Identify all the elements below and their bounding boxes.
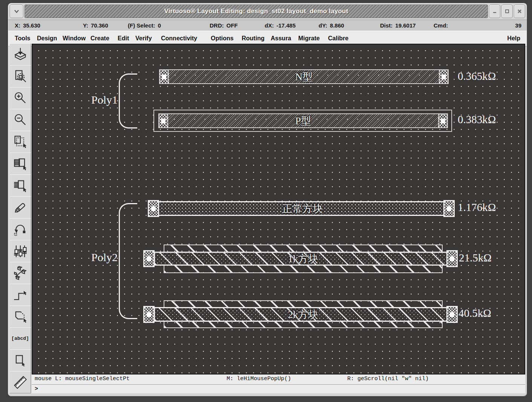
mouse-left-binding: mouse L: mouseSingleSelectPt (35, 376, 130, 382)
stretch-icon (13, 135, 28, 150)
path-icon (13, 287, 28, 303)
status-y: Y:70.360 (83, 20, 108, 31)
resistor-label: 正常方块 (282, 202, 323, 216)
resistance-value: 21.5kΩ (459, 252, 492, 264)
resistor-1k-sheet[interactable]: 1k方块 (154, 252, 452, 266)
move-button[interactable] (9, 174, 31, 197)
pencil-button[interactable] (9, 196, 31, 219)
resistor-p-type[interactable]: P型 (158, 113, 448, 128)
polygon-button[interactable] (9, 306, 31, 328)
zoom-out-button[interactable] (9, 109, 31, 131)
maximize-button[interactable] (501, 5, 513, 18)
resistor-label: 2k方块 (288, 308, 319, 321)
status-select: (F) Select:0 (128, 20, 161, 31)
zoom-out-icon (13, 113, 28, 128)
close-icon (517, 9, 522, 14)
undo-icon (13, 222, 28, 237)
zoom-fit-button[interactable] (9, 65, 31, 87)
status-dy: dY:8.860 (319, 20, 344, 31)
resistor-n-type[interactable]: N型 (159, 69, 449, 84)
chevron-down-icon (13, 8, 20, 15)
properties-icon (13, 244, 28, 259)
contact-pad[interactable] (443, 200, 455, 217)
main-area: Poly1 Poly2 N型 0.365kΩ P型 0.383kΩ 正常方块 (32, 44, 525, 393)
pencil-icon (13, 200, 28, 215)
poly2-bracket (119, 203, 137, 319)
resistor-label: P型 (295, 114, 311, 128)
contact-pad[interactable] (143, 250, 155, 267)
contact-pad[interactable] (143, 306, 155, 323)
status-drd: DRD:OFF (210, 20, 238, 31)
command-prompt[interactable]: > (32, 385, 525, 393)
mouse-bindings-bar: mouse L: mouseSingleSelectPt M: leHiMous… (32, 374, 525, 385)
save-button[interactable] (9, 43, 31, 66)
resistor-2k-sheet[interactable]: 2k方块 (154, 307, 452, 322)
contact-pad[interactable] (159, 114, 168, 127)
contact-pad[interactable] (439, 70, 448, 83)
copy-icon (13, 156, 28, 171)
label-icon: [abcd] (11, 336, 29, 341)
title-area[interactable]: Virtuoso® Layout Editing: design_st02 la… (25, 5, 488, 18)
minimize-button[interactable] (489, 5, 500, 18)
group-label-poly1: Poly1 (91, 93, 118, 106)
copy-button[interactable] (9, 153, 31, 175)
undo-button[interactable] (9, 218, 31, 240)
rectangle-button[interactable] (9, 349, 31, 371)
resistance-value: 0.365kΩ (458, 70, 496, 83)
contact-pad[interactable] (148, 200, 159, 217)
status-bar: X:35.630 Y:70.360 (F) Select:0 DRD:OFF d… (8, 20, 527, 31)
resistance-value: 0.383kΩ (458, 113, 496, 126)
close-button[interactable] (514, 5, 525, 18)
virtuoso-window: Virtuoso® Layout Editing: design_st02 la… (8, 3, 527, 397)
resistor-normal-sheet[interactable]: 正常方块 (155, 201, 450, 216)
mouse-right-binding: R: geScroll(nil "w" nil) (347, 376, 429, 382)
resistor-label: 1k方块 (288, 252, 319, 266)
rectangle-icon (13, 353, 28, 368)
contact-pad[interactable] (438, 114, 447, 127)
window-title: Virtuoso® Layout Editing: design_st02 la… (164, 8, 348, 15)
status-x: X:35.630 (15, 20, 40, 31)
resistance-value: 1.176kΩ (458, 201, 496, 214)
status-cmd: Cmd: (434, 20, 451, 31)
tool-palette: [abcd] (9, 44, 31, 393)
window-number-badge: 39 (515, 20, 521, 31)
contact-pad[interactable] (160, 70, 169, 83)
instance-button[interactable] (9, 262, 31, 284)
window-menu-button[interactable] (10, 5, 23, 18)
ruler-button[interactable] (9, 371, 31, 393)
stretch-button[interactable] (9, 131, 31, 153)
move-icon (13, 178, 28, 193)
properties-button[interactable] (9, 240, 31, 262)
path-button[interactable] (9, 284, 31, 306)
contact-pad[interactable] (446, 306, 458, 323)
mouse-middle-binding: M: leHiMousePopUp() (227, 376, 291, 382)
layout-canvas[interactable]: Poly1 Poly2 N型 0.365kΩ P型 0.383kΩ 正常方块 (32, 44, 525, 374)
polygon-icon (13, 309, 28, 324)
zoom-in-button[interactable] (9, 87, 31, 109)
instance-icon (13, 266, 28, 281)
zoom-in-icon (13, 91, 28, 106)
titlebar: Virtuoso® Layout Editing: design_st02 la… (10, 5, 525, 18)
save-icon (13, 47, 28, 62)
prompt-symbol: > (35, 386, 38, 392)
label-button[interactable]: [abcd] (9, 327, 31, 350)
poly1-bracket (119, 73, 137, 128)
resistor-label: N型 (295, 70, 313, 84)
minimize-icon (492, 9, 497, 14)
status-dist: Dist:19.6017 (380, 20, 416, 31)
status-dx: dX:-17.485 (265, 20, 296, 31)
maximize-icon (504, 9, 510, 14)
zoom-fit-icon (13, 69, 28, 84)
resistance-value: 40.5kΩ (458, 307, 491, 319)
contact-pad[interactable] (446, 250, 458, 267)
group-label-poly2: Poly2 (91, 251, 118, 264)
ruler-icon (13, 375, 28, 390)
